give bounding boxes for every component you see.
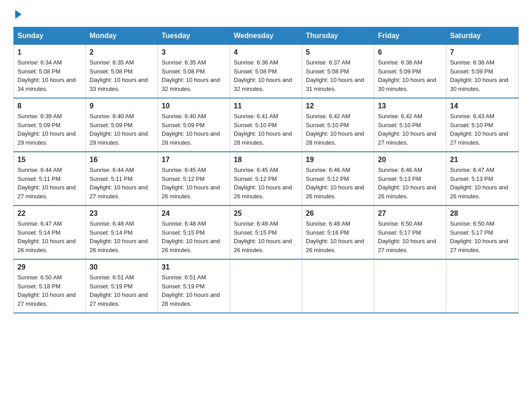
day-info: Sunrise: 6:43 AMSunset: 5:10 PMDaylight:… (450, 113, 508, 146)
day-number: 25 (234, 210, 298, 218)
day-info: Sunrise: 6:46 AMSunset: 5:13 PMDaylight:… (378, 167, 436, 200)
day-info: Sunrise: 6:41 AMSunset: 5:10 PMDaylight:… (234, 113, 292, 146)
day-info: Sunrise: 6:50 AMSunset: 5:17 PMDaylight:… (378, 220, 436, 253)
day-cell (446, 259, 519, 313)
day-number: 30 (90, 263, 154, 271)
logo-arrow-icon (15, 10, 21, 19)
day-cell: 17 Sunrise: 6:45 AMSunset: 5:12 PMDaylig… (158, 152, 230, 206)
day-info: Sunrise: 6:47 AMSunset: 5:14 PMDaylight:… (17, 220, 76, 253)
week-row-1: 1 Sunrise: 6:34 AMSunset: 5:08 PMDayligh… (14, 45, 519, 98)
day-cell: 19 Sunrise: 6:46 AMSunset: 5:12 PMDaylig… (302, 152, 374, 206)
day-info: Sunrise: 6:38 AMSunset: 5:09 PMDaylight:… (450, 59, 508, 92)
day-cell (230, 259, 302, 313)
header-saturday: Saturday (446, 27, 519, 45)
day-info: Sunrise: 6:42 AMSunset: 5:10 PMDaylight:… (378, 113, 436, 146)
day-info: Sunrise: 6:42 AMSunset: 5:10 PMDaylight:… (306, 113, 364, 146)
day-cell: 30 Sunrise: 6:51 AMSunset: 5:19 PMDaylig… (86, 259, 158, 313)
day-cell: 25 Sunrise: 6:49 AMSunset: 5:15 PMDaylig… (230, 206, 302, 259)
day-number: 8 (17, 102, 82, 110)
day-cell: 9 Sunrise: 6:40 AMSunset: 5:09 PMDayligh… (86, 98, 158, 152)
day-info: Sunrise: 6:50 AMSunset: 5:18 PMDaylight:… (17, 274, 76, 307)
day-info: Sunrise: 6:48 AMSunset: 5:14 PMDaylight:… (90, 220, 148, 253)
day-cell: 14 Sunrise: 6:43 AMSunset: 5:10 PMDaylig… (446, 98, 519, 152)
header-sunday: Sunday (14, 27, 86, 45)
day-info: Sunrise: 6:40 AMSunset: 5:09 PMDaylight:… (90, 113, 148, 146)
day-cell: 2 Sunrise: 6:35 AMSunset: 5:08 PMDayligh… (86, 45, 158, 98)
day-cell: 4 Sunrise: 6:36 AMSunset: 5:08 PMDayligh… (230, 45, 302, 98)
day-info: Sunrise: 6:51 AMSunset: 5:19 PMDaylight:… (90, 274, 148, 307)
day-cell: 29 Sunrise: 6:50 AMSunset: 5:18 PMDaylig… (14, 259, 86, 313)
day-cell: 10 Sunrise: 6:40 AMSunset: 5:09 PMDaylig… (158, 98, 230, 152)
day-number: 26 (306, 210, 370, 218)
day-cell: 20 Sunrise: 6:46 AMSunset: 5:13 PMDaylig… (374, 152, 446, 206)
day-cell: 8 Sunrise: 6:39 AMSunset: 5:09 PMDayligh… (14, 98, 86, 152)
day-cell: 27 Sunrise: 6:50 AMSunset: 5:17 PMDaylig… (374, 206, 446, 259)
day-cell: 22 Sunrise: 6:47 AMSunset: 5:14 PMDaylig… (14, 206, 86, 259)
day-info: Sunrise: 6:45 AMSunset: 5:12 PMDaylight:… (234, 167, 292, 200)
day-number: 10 (162, 102, 226, 110)
day-number: 27 (378, 210, 442, 218)
day-number: 29 (17, 263, 82, 271)
day-number: 23 (90, 210, 154, 218)
day-cell: 24 Sunrise: 6:48 AMSunset: 5:15 PMDaylig… (158, 206, 230, 259)
day-cell (374, 259, 446, 313)
header-friday: Friday (374, 27, 446, 45)
day-cell: 13 Sunrise: 6:42 AMSunset: 5:10 PMDaylig… (374, 98, 446, 152)
day-number: 2 (90, 48, 154, 56)
week-row-2: 8 Sunrise: 6:39 AMSunset: 5:09 PMDayligh… (14, 98, 519, 152)
day-number: 22 (17, 210, 82, 218)
day-number: 18 (234, 156, 298, 164)
day-info: Sunrise: 6:39 AMSunset: 5:09 PMDaylight:… (17, 113, 76, 146)
day-number: 14 (450, 102, 515, 110)
day-number: 11 (234, 102, 298, 110)
day-number: 17 (162, 156, 226, 164)
header-monday: Monday (86, 27, 158, 45)
page-header (13, 9, 519, 19)
day-cell: 12 Sunrise: 6:42 AMSunset: 5:10 PMDaylig… (302, 98, 374, 152)
day-number: 31 (162, 263, 226, 271)
header-wednesday: Wednesday (230, 27, 302, 45)
day-cell: 3 Sunrise: 6:35 AMSunset: 5:08 PMDayligh… (158, 45, 230, 98)
day-number: 20 (378, 156, 442, 164)
week-row-5: 29 Sunrise: 6:50 AMSunset: 5:18 PMDaylig… (14, 259, 519, 313)
day-info: Sunrise: 6:49 AMSunset: 5:15 PMDaylight:… (234, 220, 292, 253)
day-info: Sunrise: 6:46 AMSunset: 5:12 PMDaylight:… (306, 167, 364, 200)
logo (13, 9, 21, 19)
day-cell: 31 Sunrise: 6:51 AMSunset: 5:19 PMDaylig… (158, 259, 230, 313)
header-thursday: Thursday (302, 27, 374, 45)
day-cell: 28 Sunrise: 6:50 AMSunset: 5:17 PMDaylig… (446, 206, 519, 259)
day-info: Sunrise: 6:49 AMSunset: 5:16 PMDaylight:… (306, 220, 364, 253)
day-cell: 11 Sunrise: 6:41 AMSunset: 5:10 PMDaylig… (230, 98, 302, 152)
day-number: 19 (306, 156, 370, 164)
day-number: 28 (450, 210, 515, 218)
day-number: 6 (378, 48, 442, 56)
header-tuesday: Tuesday (158, 27, 230, 45)
day-number: 24 (162, 210, 226, 218)
day-cell (302, 259, 374, 313)
day-info: Sunrise: 6:37 AMSunset: 5:08 PMDaylight:… (306, 59, 364, 92)
day-number: 3 (162, 48, 226, 56)
day-info: Sunrise: 6:35 AMSunset: 5:08 PMDaylight:… (90, 59, 148, 92)
day-number: 7 (450, 48, 515, 56)
day-number: 13 (378, 102, 442, 110)
day-number: 12 (306, 102, 370, 110)
day-cell: 1 Sunrise: 6:34 AMSunset: 5:08 PMDayligh… (14, 45, 86, 98)
day-info: Sunrise: 6:38 AMSunset: 5:09 PMDaylight:… (378, 59, 436, 92)
day-number: 1 (17, 48, 82, 56)
calendar-table: SundayMondayTuesdayWednesdayThursdayFrid… (13, 27, 519, 313)
day-info: Sunrise: 6:44 AMSunset: 5:11 PMDaylight:… (90, 167, 148, 200)
day-info: Sunrise: 6:34 AMSunset: 5:08 PMDaylight:… (17, 59, 76, 92)
day-cell: 15 Sunrise: 6:44 AMSunset: 5:11 PMDaylig… (14, 152, 86, 206)
day-number: 15 (17, 156, 82, 164)
day-cell: 7 Sunrise: 6:38 AMSunset: 5:09 PMDayligh… (446, 45, 519, 98)
day-info: Sunrise: 6:35 AMSunset: 5:08 PMDaylight:… (162, 59, 220, 92)
week-row-4: 22 Sunrise: 6:47 AMSunset: 5:14 PMDaylig… (14, 206, 519, 259)
week-row-3: 15 Sunrise: 6:44 AMSunset: 5:11 PMDaylig… (14, 152, 519, 206)
day-number: 4 (234, 48, 298, 56)
day-info: Sunrise: 6:36 AMSunset: 5:08 PMDaylight:… (234, 59, 292, 92)
day-info: Sunrise: 6:40 AMSunset: 5:09 PMDaylight:… (162, 113, 220, 146)
day-cell: 21 Sunrise: 6:47 AMSunset: 5:13 PMDaylig… (446, 152, 519, 206)
day-cell: 16 Sunrise: 6:44 AMSunset: 5:11 PMDaylig… (86, 152, 158, 206)
day-cell: 23 Sunrise: 6:48 AMSunset: 5:14 PMDaylig… (86, 206, 158, 259)
day-info: Sunrise: 6:45 AMSunset: 5:12 PMDaylight:… (162, 167, 220, 200)
